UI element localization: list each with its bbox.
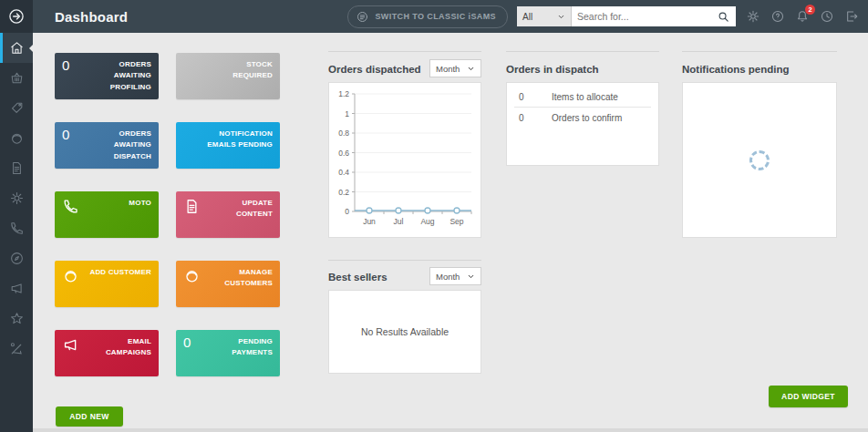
phone-icon <box>62 198 79 215</box>
sidebar-item-customer[interactable] <box>0 123 33 153</box>
customer-icon <box>9 130 25 146</box>
document-icon <box>183 198 201 215</box>
dashboard-app: Dashboard SWITCH TO CLASSIC iSAMS All <box>0 0 868 432</box>
widget-divider <box>506 51 659 52</box>
orders-dispatched-period-select[interactable]: Month <box>429 59 481 77</box>
classic-mode-icon <box>356 10 369 24</box>
tag-icon <box>9 100 25 116</box>
tile-stock-required[interactable]: STOCK REQUIRED <box>176 53 280 99</box>
tile-pending-payments[interactable]: 0 PENDING PAYMENTS <box>176 330 280 376</box>
svg-text:Jul: Jul <box>394 217 404 226</box>
sidebar-item-phone[interactable] <box>0 213 33 243</box>
megaphone-icon <box>62 336 79 354</box>
star-icon <box>9 311 25 326</box>
svg-text:Jun: Jun <box>363 217 376 226</box>
tile-count: 0 <box>183 336 191 349</box>
row-count: 0 <box>519 113 552 123</box>
sidebar-item-basket[interactable] <box>0 63 33 93</box>
page-title: Dashboard <box>55 9 128 25</box>
row-label: Orders to confirm <box>552 113 622 123</box>
basket-icon <box>9 70 25 86</box>
sidebar-item-document[interactable] <box>0 153 33 183</box>
row-label: Items to allocate <box>552 92 618 102</box>
tile-count: 0 <box>62 129 69 141</box>
sidebar-item-tools[interactable] <box>0 334 33 364</box>
period-value: Month <box>436 272 460 282</box>
dispatch-row-orders-to-confirm[interactable]: 0 Orders to confirm <box>507 108 658 128</box>
tile-label: NOTIFICATION EMAILS PENDING <box>207 129 273 151</box>
sidebar-item-compass[interactable] <box>0 243 33 273</box>
orders-dispatched-chart: 00.20.40.60.811.2JunJulAugSep <box>329 83 480 237</box>
search-bar: All <box>517 6 736 26</box>
svg-text:1: 1 <box>345 109 349 118</box>
add-widget-button[interactable]: ADD WIDGET <box>769 386 848 407</box>
period-value: Month <box>436 64 460 74</box>
bottom-edge-divider <box>33 428 868 432</box>
header-actions: SWITCH TO CLASSIC iSAMS All <box>347 5 868 28</box>
menu-toggle-button[interactable] <box>0 0 33 33</box>
megaphone-icon <box>9 281 25 296</box>
tools-icon <box>9 341 25 356</box>
tile-update-content[interactable]: UPDATE CONTENT <box>176 191 280 238</box>
help-icon[interactable] <box>770 9 785 24</box>
add-new-button[interactable]: ADD NEW <box>56 406 123 427</box>
logout-icon[interactable] <box>844 9 859 24</box>
settings-gear-icon[interactable] <box>746 9 760 24</box>
sidebar-item-settings[interactable] <box>0 183 33 213</box>
widget-divider <box>682 51 837 52</box>
tile-email-campaigns[interactable]: EMAIL CAMPAIGNS <box>55 330 159 376</box>
tile-label: UPDATE CONTENT <box>207 198 273 221</box>
widget-divider <box>328 260 481 261</box>
orders-dispatched-title: Orders dispatched <box>328 64 421 75</box>
sidebar-item-star[interactable] <box>0 303 33 334</box>
sidebar-item-home[interactable] <box>0 33 33 63</box>
top-header: Dashboard SWITCH TO CLASSIC iSAMS All <box>0 0 868 33</box>
best-sellers-period-select[interactable]: Month <box>429 267 481 285</box>
tile-label: MOTO <box>129 198 151 209</box>
svg-text:Sep: Sep <box>450 217 463 226</box>
widget-divider <box>328 51 481 52</box>
svg-text:0: 0 <box>345 207 349 216</box>
row-count: 0 <box>519 92 552 102</box>
tile-label: EMAIL CAMPAIGNS <box>86 336 151 359</box>
loading-spinner-icon <box>749 150 770 170</box>
orders-in-dispatch-panel: 0 Items to allocate 0 Orders to confirm <box>506 82 659 166</box>
tile-moto[interactable]: MOTO <box>55 191 159 238</box>
tile-label: ADD CUSTOMER <box>89 267 151 278</box>
svg-text:0.6: 0.6 <box>338 149 349 158</box>
gear-icon <box>9 190 25 206</box>
svg-text:0.8: 0.8 <box>338 129 349 138</box>
tile-add-customer[interactable]: ADD CUSTOMER <box>55 261 159 307</box>
tile-manage-customers[interactable]: MANAGE CUSTOMERS <box>176 261 280 307</box>
customer-icon <box>183 267 201 284</box>
sidebar-item-tag[interactable] <box>0 93 33 123</box>
search-input[interactable] <box>572 11 717 22</box>
circle-arrow-icon <box>7 7 26 26</box>
best-sellers-title: Best sellers <box>328 272 388 283</box>
svg-text:Aug: Aug <box>420 217 434 226</box>
search-icon[interactable] <box>717 10 730 24</box>
notifications-bell-icon[interactable]: 2 <box>795 9 810 24</box>
tile-orders-awaiting-dispatch[interactable]: 0 ORDERS AWAITING DISPATCH <box>55 122 159 169</box>
notifications-pending-title: Notifications pending <box>682 64 790 75</box>
svg-text:1.2: 1.2 <box>338 89 349 98</box>
tile-label: MANAGE CUSTOMERS <box>207 267 273 290</box>
history-clock-icon[interactable] <box>820 9 834 24</box>
search-filter-select[interactable]: All <box>517 6 572 26</box>
tile-orders-awaiting-profiling[interactable]: 0 ORDERS AWAITING PROFILING <box>55 53 159 99</box>
tile-notification-emails-pending[interactable]: NOTIFICATION EMAILS PENDING <box>176 122 280 169</box>
document-icon <box>9 160 25 176</box>
tile-label: PENDING PAYMENTS <box>207 336 273 359</box>
chevron-down-icon <box>467 65 475 73</box>
orders-dispatched-chart-panel: 00.20.40.60.811.2JunJulAugSep <box>328 82 481 238</box>
best-sellers-empty-message: No Results Available <box>329 291 480 373</box>
tile-label: STOCK REQUIRED <box>207 59 273 82</box>
dispatch-row-items-to-allocate[interactable]: 0 Items to allocate <box>507 87 658 107</box>
svg-text:0.2: 0.2 <box>338 188 349 197</box>
tile-count: 0 <box>62 59 69 72</box>
switch-to-classic-button[interactable]: SWITCH TO CLASSIC iSAMS <box>347 5 508 28</box>
notifications-pending-panel <box>682 82 837 238</box>
search-input-wrap <box>572 6 736 26</box>
home-icon <box>9 40 25 56</box>
sidebar-item-megaphone[interactable] <box>0 273 33 303</box>
